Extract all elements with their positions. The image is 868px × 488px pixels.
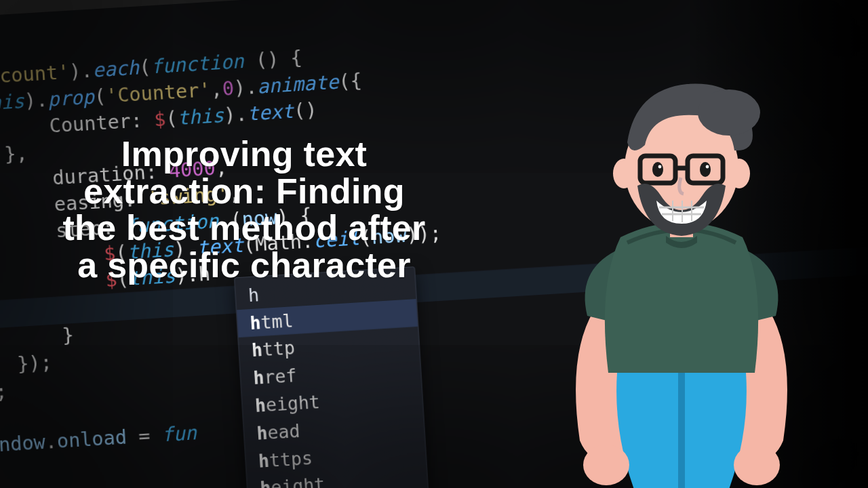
svg-point-2 [734,445,780,485]
svg-point-1 [583,445,629,485]
svg-point-13 [658,165,662,169]
svg-point-7 [698,89,760,136]
svg-point-5 [613,159,635,188]
svg-rect-0 [678,373,685,488]
autocomplete-popup: h html http href height head https heigh… [234,266,429,488]
cartoon-presenter [536,47,827,488]
headline-text: Improving text extraction: Finding the b… [54,136,434,283]
svg-point-11 [652,162,663,177]
svg-point-6 [728,159,750,188]
svg-point-14 [706,165,709,169]
svg-point-12 [700,162,711,177]
video-frame: ne Text File .html 345 8788 $('.count').… [0,0,868,488]
